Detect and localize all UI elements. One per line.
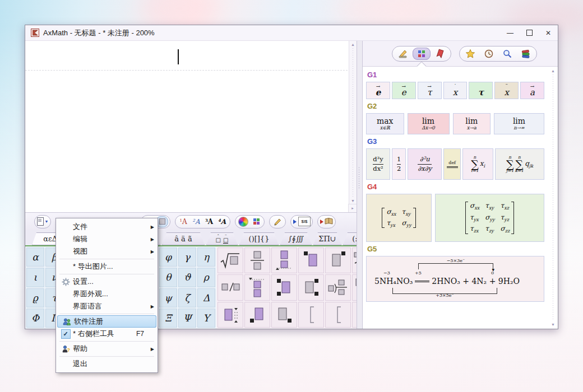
template-subscript[interactable] xyxy=(271,302,297,328)
document-horizontal-scroll-corner[interactable]: ▸ xyxy=(348,204,357,212)
pane-splitter[interactable] xyxy=(357,41,363,329)
menu-item-exit[interactable]: 退出 xyxy=(56,358,158,370)
greek-symbol[interactable]: Δ xyxy=(197,288,215,307)
template-sqrt[interactable] xyxy=(218,248,243,273)
library-button[interactable] xyxy=(517,48,535,60)
formula-tile-stress-matrix-3x3[interactable]: σxx τxy τxz τyx σyy τyz τzx τzy σzz xyxy=(435,194,544,242)
favorites-button[interactable] xyxy=(461,48,479,60)
tab-brackets[interactable]: ()[]{} xyxy=(239,232,279,245)
template-bracket-partial[interactable] xyxy=(352,302,357,328)
greek-symbol[interactable]: ϑ xyxy=(178,268,196,287)
formula-tile-lim-inf[interactable]: limn→∞ xyxy=(494,113,544,134)
formula-tile-vector-tau[interactable]: →τ xyxy=(418,82,442,99)
formula-tile-x-dot[interactable]: ˙x xyxy=(443,82,468,99)
document-vertical-scrollbar[interactable]: ▲ ▼ xyxy=(349,41,357,204)
template-script-below[interactable] xyxy=(244,274,270,300)
template-side-dots[interactable] xyxy=(218,302,243,328)
menu-item-help[interactable]: ? 帮助▶ xyxy=(56,343,158,355)
handwriting-button[interactable] xyxy=(271,216,284,227)
template-nth-root[interactable] xyxy=(352,248,357,273)
greek-symbol[interactable]: ψ xyxy=(159,288,177,307)
greek-symbol[interactable]: ρ xyxy=(197,268,215,287)
template-pre-super-subscript[interactable] xyxy=(271,274,297,300)
formula-tile-vector-e[interactable]: →e xyxy=(392,82,416,99)
main-menu-button[interactable]: ▼ xyxy=(36,216,49,227)
greek-symbol[interactable]: ϱ xyxy=(26,288,44,307)
formula-tile-max[interactable]: maxx∈ℝ xyxy=(366,113,404,134)
menu-item-settings[interactable]: 设置... xyxy=(56,276,158,288)
tab-accents[interactable]: â ä ã xyxy=(162,232,205,245)
greek-symbol[interactable]: Φ xyxy=(26,309,44,328)
scrollbar-track[interactable] xyxy=(553,74,553,321)
formula-tile-def-equals[interactable]: def xyxy=(443,148,461,180)
template-long-division[interactable] xyxy=(325,274,351,300)
bookmark-panel-button[interactable] xyxy=(431,48,449,60)
formula-tile-partial[interactable]: ∂²u∂x∂y xyxy=(408,148,442,180)
library-run-button[interactable] xyxy=(320,216,334,227)
scroll-down-icon[interactable]: ▼ xyxy=(551,323,555,326)
greek-symbol[interactable]: Ξ xyxy=(159,309,177,328)
template-script-above[interactable] xyxy=(271,248,297,273)
handwrite-panel-button[interactable] xyxy=(394,48,412,60)
scrollbar-track[interactable] xyxy=(353,48,353,197)
tab-matrices[interactable]: (:::){ xyxy=(343,232,357,245)
formula-tile-lim-dx[interactable]: limΔx→0 xyxy=(408,113,450,134)
greek-symbol[interactable]: γ xyxy=(178,248,196,267)
tab-bigops[interactable]: ΣΠ∪ xyxy=(313,232,341,245)
template-super-subscript[interactable] xyxy=(298,274,324,300)
formula-tile-vector-e-bold[interactable]: →e xyxy=(366,82,390,99)
font-style-3-button[interactable]: 3A xyxy=(203,216,215,227)
color-wheel-button[interactable] xyxy=(237,216,249,227)
formula-tile-x-ddot[interactable]: ¨x xyxy=(494,82,519,99)
formula-tile-stress-matrix-2x2[interactable]: σxx τxy τyx σyy xyxy=(366,194,432,242)
formula-tile-sum[interactable]: n∑i=1xi xyxy=(462,148,493,180)
template-pre-superscript[interactable] xyxy=(298,248,324,273)
greek-symbol[interactable]: θ xyxy=(159,268,177,287)
formula-tile-vector-a[interactable]: →a xyxy=(520,82,544,99)
latex-run-button[interactable]: $I$ xyxy=(293,216,311,227)
greek-symbol[interactable]: φ xyxy=(159,248,177,267)
checkbox-checked[interactable]: ✓ xyxy=(61,329,71,339)
menu-item-right-sidebar-toggle[interactable]: ✓* 右侧栏工具F7 xyxy=(56,328,158,340)
greek-symbol[interactable]: Ψ xyxy=(178,309,196,328)
menu-item-export-image[interactable]: * 导出图片... xyxy=(56,260,158,273)
template-bracket-partial[interactable] xyxy=(325,302,351,328)
menu-item-appearance[interactable]: 界面外观... xyxy=(56,288,158,300)
scroll-up-icon[interactable]: ▲ xyxy=(551,69,555,73)
menu-item-language[interactable]: 界面语言▶ xyxy=(56,300,158,312)
menu-item-register[interactable]: 软件注册 xyxy=(57,315,156,328)
close-button[interactable]: ✕ xyxy=(539,26,558,40)
template-pre-subscript[interactable] xyxy=(244,302,270,328)
minimize-button[interactable]: — xyxy=(501,26,520,40)
menu-item-edit[interactable]: 编辑▶ xyxy=(56,233,158,245)
template-superscript[interactable] xyxy=(325,248,351,273)
template-bracket-partial[interactable] xyxy=(298,302,324,328)
greek-symbol[interactable]: ζ xyxy=(178,288,196,307)
greek-symbol[interactable]: η xyxy=(197,248,215,267)
document-canvas[interactable]: ▲ ▼ ▸ xyxy=(25,41,357,212)
greek-symbol[interactable]: α xyxy=(26,248,44,267)
tab-overunder[interactable]: ˆ□ ¨□ xyxy=(206,232,238,245)
color-palette-button[interactable] xyxy=(250,216,262,227)
template-diagonal-fraction[interactable] xyxy=(352,274,357,300)
greek-symbol[interactable]: ι xyxy=(26,268,44,287)
font-style-1-button[interactable]: 1A xyxy=(177,216,189,227)
formula-tile-derivative[interactable]: d²ydx² xyxy=(366,148,390,180)
formula-tile-half[interactable]: 12 xyxy=(392,148,406,180)
titlebar[interactable]: AxMath - 无标题 - * 未注册 - 200% — ✕ xyxy=(25,25,558,41)
formula-tile-lim-xa[interactable]: limx→a xyxy=(453,113,491,134)
font-style-4-button[interactable]: 4A xyxy=(216,216,228,227)
search-button[interactable] xyxy=(498,48,516,60)
menu-item-view[interactable]: 视图▶ xyxy=(56,245,158,258)
template-fraction[interactable] xyxy=(244,248,270,273)
scroll-up-icon[interactable]: ▲ xyxy=(351,43,355,46)
menu-item-file[interactable]: 文件▶ xyxy=(56,221,158,233)
scroll-down-icon[interactable]: ▼ xyxy=(351,199,355,203)
greek-symbol[interactable]: Υ xyxy=(197,309,215,328)
formula-tile-tau-bold[interactable]: τ xyxy=(469,82,493,99)
formula-tile-double-sum[interactable]: n∑j=1n∑k=1qjk xyxy=(495,148,544,180)
font-style-2-button[interactable]: 2A xyxy=(190,216,202,227)
recent-button[interactable] xyxy=(480,48,498,60)
formula-tile-redox-equation[interactable]: −5×3e⁻▼ −3 +5 0 5NH₄NO₃2HNO₃ + 4N₂ + 9H₂… xyxy=(366,256,544,302)
template-panel-button[interactable] xyxy=(413,48,431,60)
